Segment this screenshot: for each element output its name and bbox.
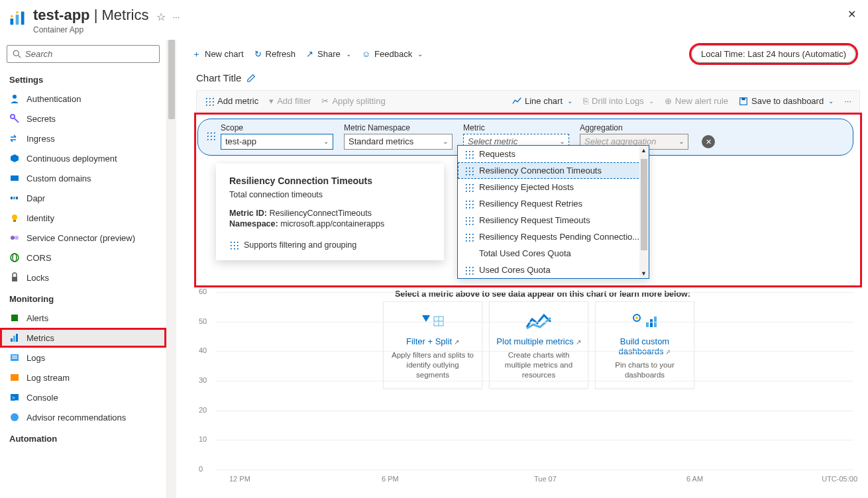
utc-label: UTC-05:00: [822, 475, 857, 483]
metric-option[interactable]: Resiliency Requests Pending Connectio...: [458, 228, 649, 245]
scatter-icon: [464, 150, 474, 159]
gridline: [216, 411, 853, 411]
share-button[interactable]: ↗Share⌄: [302, 46, 355, 62]
globe-icon: [9, 252, 20, 263]
sidebar-item-label: Dapr: [27, 193, 45, 203]
svg-point-39: [635, 317, 638, 319]
new-alert-button: ⊕New alert rule: [662, 95, 731, 107]
sidebar-item-secrets[interactable]: Secrets: [0, 109, 166, 128]
svg-line-9: [14, 118, 19, 123]
page-subtitle: Container App: [33, 25, 148, 34]
gridline: [216, 381, 853, 381]
sidebar: Search « SettingsAuthenticationSecretsIn…: [0, 40, 167, 498]
y-tick-label: 20: [199, 406, 207, 414]
metric-option[interactable]: Resiliency Request Timeouts: [458, 212, 649, 228]
help-card-link[interactable]: Plot multiple metrics↗: [496, 336, 580, 346]
sidebar-item-advisor-recommendations[interactable]: Advisor recommendations: [0, 407, 166, 427]
sidebar-item-cors[interactable]: CORS: [0, 248, 166, 268]
sidebar-group-title: Monitoring: [0, 287, 166, 308]
sidebar-item-label: Metrics: [27, 333, 54, 343]
sidebar-item-label: Secrets: [27, 114, 56, 124]
sidebar-item-service-connector-preview-[interactable]: Service Connector (preview): [0, 228, 166, 248]
gridline: [216, 440, 853, 440]
metric-option[interactable]: Resiliency Connection Timeouts: [458, 162, 649, 179]
more-icon[interactable]: ···: [172, 12, 180, 22]
dropdown-scrollbar[interactable]: ▲ ▼: [639, 146, 649, 278]
top-toolbar: ＋New chart ↻Refresh ↗Share⌄ ☺Feedback⌄ L…: [176, 40, 868, 68]
sidebar-item-authentication[interactable]: Authentication: [0, 89, 166, 109]
edit-icon[interactable]: [246, 74, 256, 83]
help-card[interactable]: Build custom dashboards↗Pin charts to yo…: [595, 301, 694, 389]
remove-metric-icon[interactable]: ✕: [702, 135, 715, 148]
chart-type-button[interactable]: Line chart⌄: [510, 95, 575, 107]
sidebar-item-log-stream[interactable]: Log stream: [0, 368, 166, 387]
help-card-desc: Create charts with multiple metrics and …: [496, 350, 581, 380]
svg-rect-29: [11, 374, 19, 381]
svg-point-5: [13, 50, 19, 56]
svg-rect-13: [13, 197, 15, 199]
scope-label: Scope: [221, 123, 333, 132]
refresh-button[interactable]: ↻Refresh: [250, 46, 300, 62]
svg-text:>_: >_: [12, 395, 19, 401]
more-button[interactable]: ···: [841, 95, 854, 107]
close-icon[interactable]: ✕: [847, 8, 856, 21]
svg-rect-14: [16, 197, 18, 199]
sidebar-item-locks[interactable]: Locks: [0, 268, 166, 287]
namespace-dropdown[interactable]: Standard metrics⌄: [344, 134, 453, 150]
svg-rect-27: [12, 356, 17, 357]
favorite-star-icon[interactable]: ☆: [156, 11, 166, 23]
sidebar-item-dapr[interactable]: Dapr: [0, 188, 166, 208]
new-chart-button[interactable]: ＋New chart: [188, 46, 248, 63]
sidebar-item-logs[interactable]: Logs: [0, 348, 166, 368]
tooltip-title: Resiliency Connection Timeouts: [229, 175, 431, 186]
y-tick-label: 0: [199, 465, 203, 473]
y-tick-label: 30: [199, 376, 207, 384]
help-card[interactable]: Filter + Split↗Apply filters and splits …: [383, 301, 482, 389]
svg-line-6: [19, 56, 21, 58]
scatter-icon: [464, 266, 474, 275]
metric-dropdown-list[interactable]: RequestsResiliency Connection TimeoutsRe…: [457, 145, 649, 279]
sidebar-item-label: Ingress: [27, 134, 55, 144]
help-card-desc: Pin charts to your dashboards: [602, 360, 687, 380]
sidebar-item-identity[interactable]: Identity: [0, 208, 166, 228]
y-tick-label: 60: [199, 287, 207, 295]
help-card-desc: Apply filters and splits to identify out…: [390, 350, 475, 380]
sidebar-item-console[interactable]: >_Console: [0, 387, 166, 407]
metric-option[interactable]: Used Cores Quota: [458, 262, 649, 278]
svg-point-3: [11, 15, 13, 18]
sidebar-item-custom-domains[interactable]: Custom domains: [0, 168, 166, 188]
help-card-link[interactable]: Filter + Split↗: [406, 336, 459, 346]
chart-canvas: Select a metric above to see data appear…: [196, 285, 860, 484]
search-input[interactable]: Search: [7, 45, 160, 63]
sidebar-item-continuous-deployment[interactable]: Continuous deployment: [0, 148, 166, 168]
sidebar-item-alerts[interactable]: Alerts: [0, 308, 166, 328]
sidebar-item-ingress[interactable]: Ingress: [0, 128, 166, 148]
help-card[interactable]: Plot multiple metrics↗Create charts with…: [489, 301, 588, 389]
svg-point-4: [16, 11, 19, 14]
add-metric-button[interactable]: Add metric: [202, 95, 261, 107]
sidebar-item-metrics[interactable]: Metrics: [0, 328, 166, 348]
key-icon: [9, 113, 20, 124]
feedback-button[interactable]: ☺Feedback⌄: [358, 46, 427, 62]
metric-option[interactable]: Requests: [458, 146, 649, 162]
metric-option[interactable]: Total Used Cores Quota: [458, 245, 649, 262]
sidebar-item-label: Custom domains: [27, 174, 91, 183]
save-dashboard-button[interactable]: Save to dashboard⌄: [736, 95, 836, 107]
svg-marker-10: [11, 154, 19, 162]
svg-point-7: [13, 95, 17, 99]
svg-rect-28: [12, 358, 17, 359]
time-range-picker[interactable]: Local Time: Last 24 hours (Automatic): [691, 45, 856, 63]
advisor-icon: [9, 412, 20, 423]
main-scrollbar[interactable]: [167, 40, 176, 498]
svg-rect-1: [16, 15, 19, 25]
svg-rect-12: [11, 197, 13, 199]
connector-icon: [9, 232, 20, 243]
help-card-link[interactable]: Build custom dashboards↗: [619, 336, 671, 356]
metric-option[interactable]: Resiliency Request Retries: [458, 195, 649, 212]
metric-option[interactable]: Resiliency Ejected Hosts: [458, 179, 649, 195]
chart-prompt: Select a metric above to see data appear…: [395, 289, 690, 299]
svg-rect-40: [646, 322, 649, 327]
lock-icon: [9, 272, 20, 283]
scatter-icon: [205, 97, 214, 106]
scope-dropdown[interactable]: test-app⌄: [221, 134, 333, 150]
